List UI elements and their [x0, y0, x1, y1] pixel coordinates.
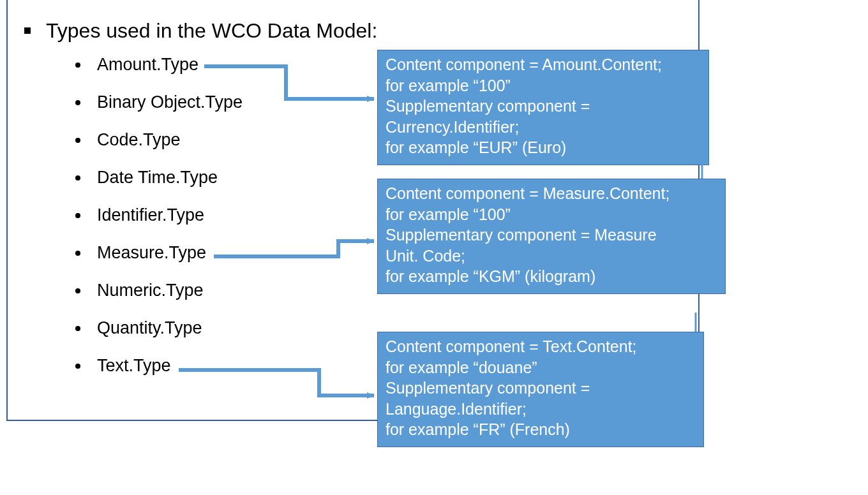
bullet-icon: [75, 138, 80, 143]
type-list: Amount.Type Binary Object.Type Code.Type…: [75, 55, 243, 394]
callout-line: Content component = Measure.Content;: [385, 183, 717, 204]
type-label: Code.Type: [97, 130, 181, 150]
type-item-numeric: Numeric.Type: [75, 281, 243, 300]
type-label: Numeric.Type: [97, 281, 204, 300]
type-label: Measure.Type: [97, 243, 206, 263]
type-item-measure: Measure.Type: [75, 243, 243, 263]
type-item-identifier: Identifier.Type: [75, 205, 243, 225]
type-label: Date Time.Type: [97, 168, 218, 188]
bullet-icon: [75, 251, 80, 256]
type-item-code: Code.Type: [75, 130, 243, 150]
type-label: Text.Type: [97, 356, 171, 376]
bullet-icon: [75, 100, 80, 105]
square-bullet-icon: [24, 27, 31, 34]
callout-line: for example “EUR” (Euro): [385, 137, 701, 158]
type-label: Quantity.Type: [97, 318, 202, 338]
type-item-date-time: Date Time.Type: [75, 168, 243, 188]
bullet-icon: [75, 175, 80, 181]
bullet-icon: [75, 288, 80, 293]
callout-amount: Content component = Amount.Content; for …: [377, 50, 709, 165]
type-item-binary-object: Binary Object.Type: [75, 92, 243, 112]
callout-text: Content component = Text.Content; for ex…: [377, 332, 704, 447]
callout-line: for example “100”: [385, 204, 717, 225]
callout-line: Content component = Text.Content;: [385, 336, 696, 357]
callout-line: Content component = Amount.Content;: [385, 54, 701, 75]
callout-line: Unit. Code;: [385, 246, 717, 267]
callout-line: Supplementary component =: [385, 96, 701, 117]
callout-line: for example “KGM” (kilogram): [385, 266, 717, 287]
callout-line: Supplementary component =: [385, 378, 696, 399]
type-item-quantity: Quantity.Type: [75, 318, 243, 338]
bullet-icon: [75, 364, 80, 369]
bullet-icon: [75, 63, 80, 68]
type-label: Amount.Type: [97, 55, 198, 75]
callout-line: for example “douane”: [385, 357, 696, 378]
type-label: Identifier.Type: [97, 205, 204, 225]
bullet-icon: [75, 326, 80, 331]
callout-line: Supplementary component = Measure: [385, 225, 717, 246]
heading-text: Types used in the WCO Data Model:: [46, 19, 377, 42]
bullet-icon: [75, 213, 80, 218]
type-item-amount: Amount.Type: [75, 55, 243, 75]
callout-line: for example “100”: [385, 75, 701, 96]
callout-measure: Content component = Measure.Content; for…: [377, 179, 726, 294]
type-label: Binary Object.Type: [97, 92, 243, 112]
callout-line: Language.Identifier;: [385, 399, 696, 420]
type-item-text: Text.Type: [75, 356, 243, 376]
heading-row: Types used in the WCO Data Model:: [24, 19, 377, 43]
callout-line: for example “FR” (French): [385, 419, 696, 440]
callout-line: Currency.Identifier;: [385, 117, 701, 138]
